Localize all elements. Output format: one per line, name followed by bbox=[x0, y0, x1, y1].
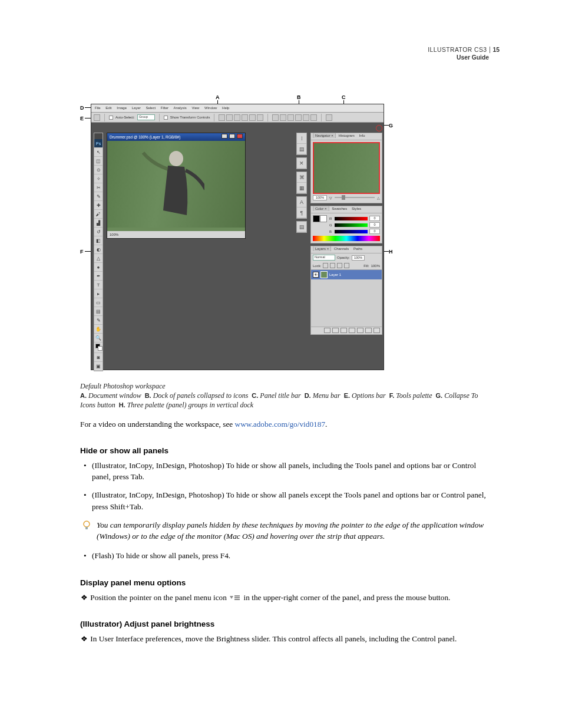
dock-icon[interactable]: ▤ bbox=[297, 144, 306, 154]
workspace-icon[interactable] bbox=[326, 114, 332, 121]
hand-tool-icon[interactable]: ✋ bbox=[94, 325, 103, 334]
color-swatch[interactable] bbox=[94, 342, 103, 353]
tab-info[interactable]: Info bbox=[358, 133, 367, 138]
lock-icon[interactable] bbox=[330, 263, 335, 268]
zoom-out-icon[interactable]: ▽ bbox=[329, 196, 332, 200]
dock-icon[interactable]: A bbox=[297, 197, 306, 207]
distribute-icon[interactable] bbox=[310, 114, 317, 121]
color-well[interactable] bbox=[313, 215, 327, 235]
layer-row[interactable]: 👁 Layer 1 bbox=[311, 270, 382, 279]
layer-thumbnail[interactable] bbox=[320, 271, 328, 278]
fill-input[interactable]: 100% bbox=[371, 264, 380, 268]
crop-tool-icon[interactable]: ✂ bbox=[94, 183, 103, 192]
lasso-tool-icon[interactable]: ⊙ bbox=[94, 166, 103, 174]
document-titlebar[interactable]: Drummer.psd @ 100% (Layer 1, RGB/8#) bbox=[107, 133, 245, 141]
eyedropper2-tool-icon[interactable]: ✎ bbox=[94, 316, 103, 325]
menu-window[interactable]: Window bbox=[204, 106, 217, 110]
distribute-icon[interactable] bbox=[280, 114, 286, 121]
stamp-tool-icon[interactable]: ▟ bbox=[94, 219, 103, 228]
menu-file[interactable]: File bbox=[95, 106, 101, 110]
tab-color[interactable]: Color × bbox=[313, 206, 329, 211]
dock-icon[interactable]: ▤ bbox=[297, 222, 306, 232]
auto-select-checkbox[interactable] bbox=[109, 116, 113, 120]
group-icon[interactable] bbox=[357, 328, 363, 333]
menu-filter[interactable]: Filter bbox=[161, 106, 168, 110]
auto-select-dropdown[interactable]: Group bbox=[137, 114, 155, 120]
dock-icon[interactable]: ⁞ bbox=[297, 133, 306, 144]
distribute-icon[interactable] bbox=[303, 114, 309, 121]
b-slider[interactable] bbox=[335, 230, 368, 233]
tab-channels[interactable]: Channels bbox=[332, 246, 351, 251]
notes-tool-icon[interactable]: ▤ bbox=[94, 307, 103, 316]
opacity-input[interactable]: 100% bbox=[352, 255, 365, 261]
tab-styles[interactable]: Styles bbox=[350, 206, 363, 211]
align-icon[interactable] bbox=[234, 114, 240, 121]
blend-mode-dropdown[interactable]: Normal bbox=[313, 255, 335, 261]
lock-icon[interactable] bbox=[344, 263, 349, 268]
quickmask-icon[interactable]: ◙ bbox=[94, 353, 103, 362]
tab-navigator[interactable]: Navigator × bbox=[313, 133, 336, 138]
mask-icon[interactable] bbox=[340, 328, 347, 333]
color-ramp[interactable] bbox=[313, 236, 380, 241]
marquee-tool-icon[interactable]: ◫ bbox=[94, 157, 103, 166]
tab-paths[interactable]: Paths bbox=[352, 246, 364, 251]
screenmode-icon[interactable]: ▣ bbox=[94, 362, 103, 371]
video-link[interactable]: www.adobe.com/go/vid0187 bbox=[235, 420, 326, 429]
distribute-icon[interactable] bbox=[295, 114, 302, 121]
g-slider[interactable] bbox=[335, 223, 368, 227]
show-transform-checkbox[interactable] bbox=[164, 116, 168, 120]
dock-icon[interactable]: ✕ bbox=[297, 158, 306, 169]
path-tool-icon[interactable]: ▸ bbox=[94, 289, 103, 298]
new-layer-icon[interactable] bbox=[365, 328, 372, 333]
menu-layer[interactable]: Layer bbox=[132, 106, 141, 110]
move-tool-icon[interactable]: ↖ bbox=[94, 148, 103, 157]
pen-tool-icon[interactable]: ✒ bbox=[94, 272, 103, 281]
align-icon[interactable] bbox=[219, 114, 225, 121]
eraser-tool-icon[interactable]: ◧ bbox=[94, 236, 103, 245]
blur-tool-icon[interactable]: △ bbox=[94, 254, 103, 263]
brush-tool-icon[interactable]: 🖌 bbox=[94, 210, 103, 219]
lock-icon[interactable] bbox=[323, 263, 328, 268]
menu-analysis[interactable]: Analysis bbox=[173, 106, 186, 110]
trash-icon[interactable] bbox=[373, 328, 380, 333]
history-brush-tool-icon[interactable]: ↺ bbox=[94, 228, 103, 236]
heal-tool-icon[interactable]: ✚ bbox=[94, 201, 103, 210]
shape-tool-icon[interactable]: ▭ bbox=[94, 298, 103, 307]
tab-swatches[interactable]: Swatches bbox=[330, 206, 349, 211]
menu-image[interactable]: Image bbox=[117, 106, 127, 110]
menu-help[interactable]: Help bbox=[222, 106, 229, 110]
maximize-icon[interactable] bbox=[229, 134, 235, 139]
distribute-icon[interactable] bbox=[287, 114, 294, 121]
panel-title-bar[interactable]: Layers × Channels Paths bbox=[311, 246, 382, 253]
menu-bar[interactable]: File Edit Image Layer Select Filter Anal… bbox=[91, 104, 384, 112]
gradient-tool-icon[interactable]: ◐ bbox=[94, 245, 103, 254]
b-value[interactable]: 0 bbox=[369, 229, 380, 234]
move-tool-icon[interactable] bbox=[94, 114, 100, 121]
canvas[interactable] bbox=[107, 141, 245, 228]
lock-icon[interactable] bbox=[337, 263, 342, 268]
type-tool-icon[interactable]: T bbox=[94, 281, 103, 289]
zoom-tool-icon[interactable]: 🔍 bbox=[94, 334, 103, 342]
menu-edit[interactable]: Edit bbox=[105, 106, 111, 110]
nav-zoom-input[interactable]: 100% bbox=[313, 195, 327, 200]
close-icon[interactable] bbox=[237, 134, 243, 139]
distribute-icon[interactable] bbox=[272, 114, 279, 121]
ps-icon[interactable]: Ps bbox=[94, 139, 103, 148]
adjust-icon[interactable] bbox=[349, 328, 355, 333]
link-icon[interactable] bbox=[324, 328, 330, 333]
zoom-in-icon[interactable]: △ bbox=[377, 196, 380, 200]
dock-icon[interactable]: ⌘ bbox=[297, 172, 306, 183]
collapse-to-icons-button[interactable] bbox=[376, 125, 382, 131]
wand-tool-icon[interactable]: ✧ bbox=[94, 174, 103, 183]
zoom-slider[interactable] bbox=[335, 197, 375, 198]
tools-header[interactable] bbox=[94, 133, 103, 139]
dock-icon[interactable]: ¶ bbox=[297, 207, 306, 218]
eyedropper-tool-icon[interactable]: ✎ bbox=[94, 192, 103, 201]
r-slider[interactable] bbox=[335, 217, 368, 220]
visibility-icon[interactable]: 👁 bbox=[313, 272, 319, 278]
minimize-icon[interactable] bbox=[222, 134, 227, 139]
fx-icon[interactable] bbox=[332, 328, 339, 333]
r-value[interactable]: 0 bbox=[369, 216, 380, 221]
navigator-preview[interactable] bbox=[313, 142, 380, 194]
dodge-tool-icon[interactable]: ● bbox=[94, 263, 103, 272]
